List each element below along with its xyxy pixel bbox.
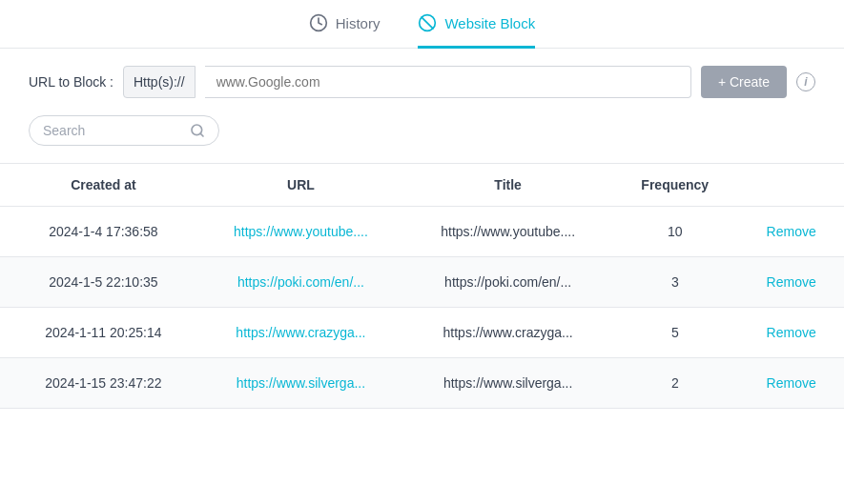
col-header-frequency: Frequency bbox=[611, 164, 738, 207]
tab-website-block[interactable]: Website Block bbox=[418, 13, 535, 49]
cell-created-at: 2024-1-4 17:36:58 bbox=[0, 207, 197, 257]
cell-remove: Remove bbox=[738, 308, 844, 358]
cell-url[interactable]: https://www.silverga... bbox=[197, 358, 404, 409]
cell-created-at: 2024-1-5 22:10:35 bbox=[0, 257, 197, 308]
cell-url[interactable]: https://www.youtube.... bbox=[197, 207, 404, 257]
cell-url[interactable]: https://poki.com/en/... bbox=[197, 257, 404, 308]
search-bar bbox=[0, 115, 844, 163]
tab-website-block-label: Website Block bbox=[444, 15, 535, 31]
cell-title: https://www.silverga... bbox=[404, 358, 611, 409]
search-wrapper bbox=[29, 115, 219, 146]
table-body: 2024-1-4 17:36:58https://www.youtube....… bbox=[0, 207, 844, 409]
search-input[interactable] bbox=[43, 123, 182, 138]
cell-created-at: 2024-1-15 23:47:22 bbox=[0, 358, 197, 409]
url-bar: URL to Block : Http(s):// + Create i bbox=[0, 49, 844, 115]
remove-button[interactable]: Remove bbox=[767, 224, 816, 239]
url-prefix: Http(s):// bbox=[123, 66, 196, 98]
cell-remove: Remove bbox=[738, 257, 844, 308]
url-link[interactable]: https://www.crazyga... bbox=[236, 325, 365, 340]
block-icon bbox=[418, 13, 437, 32]
table-row: 2024-1-4 17:36:58https://www.youtube....… bbox=[0, 207, 844, 257]
col-header-created-at: Created at bbox=[0, 164, 197, 207]
cell-remove: Remove bbox=[738, 207, 844, 257]
create-button[interactable]: + Create bbox=[701, 66, 787, 98]
remove-button[interactable]: Remove bbox=[767, 274, 816, 290]
info-icon[interactable]: i bbox=[796, 72, 815, 91]
tab-history[interactable]: History bbox=[309, 13, 381, 49]
cell-frequency: 3 bbox=[611, 257, 738, 308]
svg-line-2 bbox=[422, 17, 434, 29]
table-row: 2024-1-5 22:10:35https://poki.com/en/...… bbox=[0, 257, 844, 308]
table-row: 2024-1-15 23:47:22https://www.silverga..… bbox=[0, 358, 844, 409]
url-link[interactable]: https://www.silverga... bbox=[237, 375, 365, 391]
cell-url[interactable]: https://www.crazyga... bbox=[197, 308, 404, 358]
cell-remove: Remove bbox=[738, 358, 844, 409]
url-bar-label: URL to Block : bbox=[29, 74, 113, 90]
cell-created-at: 2024-1-11 20:25:14 bbox=[0, 308, 197, 358]
cell-frequency: 2 bbox=[611, 358, 738, 409]
cell-frequency: 10 bbox=[611, 207, 738, 257]
col-header-title: Title bbox=[404, 164, 611, 207]
url-input[interactable] bbox=[205, 66, 691, 98]
cell-title: https://www.crazygа... bbox=[404, 308, 611, 358]
table-header: Created at URL Title Frequency bbox=[0, 164, 844, 207]
remove-button[interactable]: Remove bbox=[767, 375, 816, 391]
cell-title: https://www.youtube.... bbox=[404, 207, 611, 257]
col-header-url: URL bbox=[197, 164, 404, 207]
tab-bar: History Website Block bbox=[0, 0, 844, 49]
remove-button[interactable]: Remove bbox=[767, 325, 816, 340]
svg-line-4 bbox=[200, 133, 203, 136]
url-link[interactable]: https://www.youtube.... bbox=[234, 224, 368, 239]
tab-history-label: History bbox=[336, 15, 381, 31]
table-header-row: Created at URL Title Frequency bbox=[0, 164, 844, 207]
table-row: 2024-1-11 20:25:14https://www.crazyga...… bbox=[0, 308, 844, 358]
col-header-action bbox=[738, 164, 844, 207]
blocked-sites-table: Created at URL Title Frequency 2024-1-4 … bbox=[0, 164, 844, 409]
search-icon bbox=[190, 123, 205, 138]
clock-icon bbox=[309, 13, 328, 32]
cell-frequency: 5 bbox=[611, 308, 738, 358]
cell-title: https://poki.com/en/... bbox=[404, 257, 611, 308]
url-link[interactable]: https://poki.com/en/... bbox=[237, 274, 364, 290]
